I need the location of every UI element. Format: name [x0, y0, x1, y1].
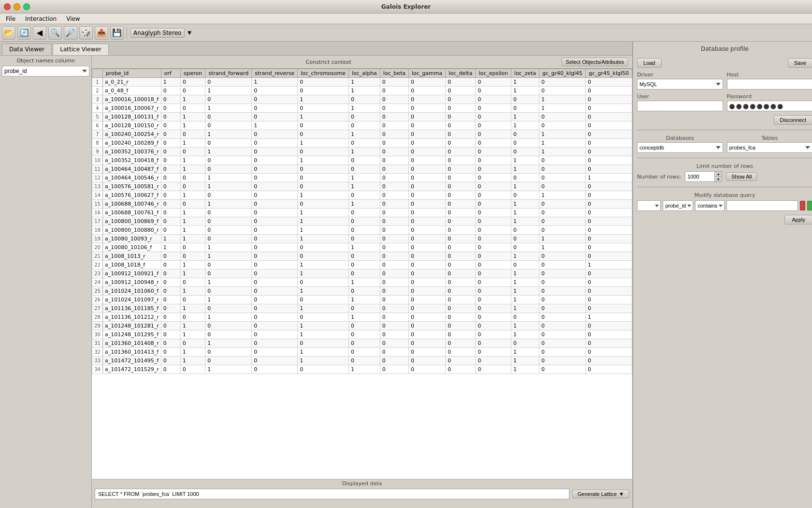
- table-cell: a_100688_100746_r: [103, 200, 161, 209]
- table-cell: 0: [476, 104, 511, 113]
- table-row[interactable]: 26a_101024_101097_r0010010000100: [92, 296, 632, 304]
- col-loc_gamma[interactable]: loc_gamma: [409, 69, 446, 78]
- menu-interaction[interactable]: Interaction: [21, 15, 60, 23]
- table-row[interactable]: 1a_0_21_r1001010000100: [92, 78, 632, 87]
- maximize-button[interactable]: [23, 3, 30, 10]
- tab-data-viewer[interactable]: Data Viewer: [2, 44, 52, 55]
- table-row[interactable]: 5a_100128_100131_f0100100000100: [92, 113, 632, 121]
- spinner-up[interactable]: ▲: [715, 172, 722, 177]
- save-button[interactable]: Save: [788, 58, 812, 68]
- driver-select[interactable]: MySQL: [637, 79, 723, 90]
- databases-select[interactable]: conceptdb: [637, 142, 723, 153]
- col-orf[interactable]: orf: [161, 69, 180, 78]
- table-row[interactable]: 8a_100240_100289_f0100100000010: [92, 139, 632, 148]
- table-row[interactable]: 12a_100464_100546_r0010010000001: [92, 174, 632, 182]
- table-row[interactable]: 33a_101472_101495_f0100100000100: [92, 357, 632, 365]
- table-row[interactable]: 24a_100912_100948_r0010010000100: [92, 278, 632, 287]
- toolbar-btn-2[interactable]: 🔄: [17, 26, 31, 40]
- table-scroll[interactable]: probe_id orf operon strand_forward stran…: [92, 69, 632, 479]
- user-input[interactable]: [637, 101, 723, 111]
- col-loc_delta[interactable]: loc_delta: [446, 69, 476, 78]
- table-cell: 0: [446, 243, 476, 252]
- minimize-button[interactable]: [14, 3, 20, 10]
- col-gc_gr40[interactable]: gc_gr40_klgl45: [539, 69, 586, 78]
- table-row[interactable]: 21a_1008_1013_r0010000000100: [92, 252, 632, 261]
- table-row[interactable]: 22a_1008_1018_f0100100000001: [92, 261, 632, 269]
- query-value-input[interactable]: [726, 200, 798, 211]
- table-row[interactable]: 27a_101136_101185_f0100100000100: [92, 304, 632, 313]
- col-strand_forward[interactable]: strand_forward: [205, 69, 252, 78]
- col-loc_zeta[interactable]: loc_zeta: [511, 69, 539, 78]
- table-row[interactable]: 29a_101248_101281_r0100100000100: [92, 322, 632, 330]
- tables-select[interactable]: probes_fca: [727, 142, 812, 153]
- col-loc_alpha[interactable]: loc_alpha: [349, 69, 380, 78]
- close-button[interactable]: [4, 3, 11, 10]
- table-row[interactable]: 32a_101360_101413_f0100100000100: [92, 348, 632, 357]
- select-objects-button[interactable]: Select Objects/Attributes: [562, 58, 628, 66]
- load-button[interactable]: Load: [637, 58, 661, 68]
- col-loc_epsilon[interactable]: loc_epsilon: [476, 69, 511, 78]
- table-row[interactable]: 2a_0_48_f0010010000100: [92, 87, 632, 95]
- col-operon[interactable]: operon: [180, 69, 205, 78]
- table-cell: a_1008_1013_r: [103, 252, 161, 261]
- toolbar-btn-1[interactable]: 📂: [2, 26, 15, 40]
- query-logical-select[interactable]: AND OR: [637, 200, 661, 211]
- col-loc_chromosome[interactable]: loc_chromosome: [298, 69, 349, 78]
- table-row[interactable]: 28a_101136_101212_r0010010000001: [92, 313, 632, 322]
- table-row[interactable]: 6a_100128_100150_r0101000000100: [92, 121, 632, 130]
- toolbar-btn-6[interactable]: 🎲: [79, 26, 93, 40]
- table-row[interactable]: 30a_101248_101295_f0100100000100: [92, 330, 632, 339]
- table-row[interactable]: 10a_100352_100418_f0100100000100: [92, 156, 632, 165]
- apply-button[interactable]: Apply: [784, 215, 812, 224]
- table-row[interactable]: 7a_100240_100254_r0010010000010: [92, 130, 632, 139]
- menu-file[interactable]: File: [2, 15, 19, 23]
- table-row[interactable]: 11a_100464_100487_f0100000000100: [92, 165, 632, 174]
- table-row[interactable]: 14a_100576_100627_f0100100000010: [92, 191, 632, 200]
- spinner-down[interactable]: ▼: [715, 177, 722, 181]
- table-row[interactable]: 17a_100800_100869_f0100100000100: [92, 217, 632, 226]
- table-cell: 0: [539, 313, 586, 322]
- show-all-button[interactable]: Show All: [726, 172, 757, 181]
- table-row[interactable]: 34a_101472_101529_r0010010000100: [92, 365, 632, 374]
- generate-lattice-button[interactable]: Generate Lattice ▼: [572, 490, 629, 498]
- tab-lattice-viewer[interactable]: Lattice Viewer: [53, 44, 108, 55]
- table-cell: 0: [476, 365, 511, 374]
- table-row[interactable]: 15a_100688_100746_r0010010000100: [92, 200, 632, 209]
- table-row[interactable]: 18a_100800_100880_r0100100000000: [92, 226, 632, 235]
- query-remove-button[interactable]: [800, 201, 805, 210]
- menu-view[interactable]: View: [62, 15, 84, 23]
- host-input[interactable]: [727, 79, 812, 90]
- toolbar-btn-7[interactable]: 📤: [95, 26, 108, 40]
- table-row[interactable]: 9a_100352_100376_r0010010000010: [92, 148, 632, 156]
- table-cell: 0: [446, 156, 476, 165]
- toolbar-btn-3[interactable]: ◀: [33, 26, 46, 40]
- col-probe_id[interactable]: probe_id: [103, 69, 161, 78]
- query-operator-select[interactable]: contains: [695, 200, 725, 211]
- table-cell: 0: [252, 296, 298, 304]
- disconnect-button[interactable]: Disconnect: [774, 115, 812, 125]
- col-strand_reverse[interactable]: strand_reverse: [252, 69, 298, 78]
- toolbar-btn-8[interactable]: 💾: [110, 26, 124, 40]
- query-add-button[interactable]: [807, 201, 812, 210]
- sql-input[interactable]: [95, 489, 569, 499]
- table-row[interactable]: 4a_100016_100067_r0010010000010: [92, 104, 632, 113]
- object-names-select[interactable]: probe_id: [2, 66, 89, 76]
- query-column-select[interactable]: probe_id: [663, 200, 693, 211]
- table-row[interactable]: 31a_101360_101408_r0010000000000: [92, 339, 632, 348]
- table-cell: 0: [586, 235, 632, 243]
- col-loc_beta[interactable]: loc_beta: [380, 69, 408, 78]
- col-gc_gr45[interactable]: gc_gr45_klgl50: [586, 69, 632, 78]
- driver-label: Driver: [637, 72, 723, 78]
- toolbar-btn-4[interactable]: 🔍: [48, 26, 62, 40]
- table-row[interactable]: 3a_100016_100018_f0100100000010: [92, 95, 632, 104]
- toolbar-btn-5[interactable]: 🔎: [64, 26, 77, 40]
- number-of-rows-input[interactable]: [685, 172, 714, 181]
- table-row[interactable]: 25a_101024_101060_f0100100000100: [92, 287, 632, 296]
- table-row[interactable]: 13a_100576_100581_r0010010000100: [92, 182, 632, 191]
- table-row[interactable]: 23a_100912_100921_f0100100000100: [92, 269, 632, 278]
- table-row[interactable]: 20a_10080_10106_f1010010000010: [92, 243, 632, 252]
- table-row[interactable]: 19a_10080_10093_r1100100000010: [92, 235, 632, 243]
- stereo-label[interactable]: Anaglyph Stereo: [130, 28, 185, 38]
- table-cell: 0: [161, 261, 180, 269]
- table-row[interactable]: 16a_100688_100761_f0100100000100: [92, 209, 632, 217]
